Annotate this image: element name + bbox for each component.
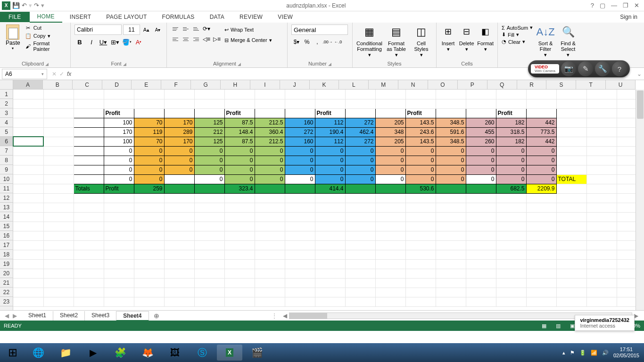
cell-C10[interactable] (74, 174, 104, 184)
cell-A1[interactable] (13, 90, 43, 99)
cell-I19[interactable] (255, 259, 285, 269)
cell-E16[interactable] (134, 231, 164, 240)
cell-Q10[interactable]: 0 (496, 174, 526, 184)
sort-filter-button[interactable]: A↓ZSort & Filter▾ (536, 25, 555, 59)
cell-T2[interactable] (586, 99, 617, 108)
cell-Q11[interactable]: 682.5 (496, 184, 526, 193)
cell-Q22[interactable] (496, 288, 526, 297)
cell-B6[interactable] (43, 137, 74, 146)
cell-M13[interactable] (375, 203, 405, 212)
copy-button[interactable]: 📋Copy▾ (25, 33, 66, 39)
cell-T10[interactable] (586, 174, 617, 184)
ribbon-options-icon[interactable]: ▢ (600, 2, 605, 9)
cell-L1[interactable] (345, 90, 375, 99)
cell-Q6[interactable]: 182 (496, 137, 526, 146)
cell-L20[interactable] (345, 269, 375, 278)
fill-button[interactable]: ⬇Fill ▾ (502, 32, 533, 38)
help-icon[interactable]: ? (591, 2, 594, 9)
cell-O1[interactable] (436, 90, 466, 99)
cell-Q2[interactable] (496, 99, 526, 108)
cell-N17[interactable] (405, 240, 436, 250)
cell-T23[interactable] (586, 297, 617, 306)
cell-D18[interactable] (104, 250, 134, 259)
cell-K14[interactable] (315, 212, 345, 222)
cell-D9[interactable]: 0 (104, 165, 134, 174)
cell-P12[interactable] (466, 193, 496, 203)
cell-L6[interactable]: 272 (345, 137, 375, 146)
cell-K12[interactable] (315, 193, 345, 203)
row-header-9[interactable]: 9 (0, 165, 13, 174)
cell-T16[interactable] (586, 231, 617, 240)
cell-K18[interactable] (315, 250, 345, 259)
cell-D21[interactable] (104, 278, 134, 288)
cell-K1[interactable] (315, 90, 345, 99)
cell-B17[interactable] (43, 240, 74, 250)
tab-formulas[interactable]: FORMULAS (155, 12, 202, 22)
cell-T1[interactable] (586, 90, 617, 99)
col-header-E[interactable]: E (132, 80, 161, 89)
increase-indent-button[interactable]: ▷≡ (212, 35, 222, 43)
cell-P8[interactable]: 0 (466, 156, 496, 165)
increase-decimal-button[interactable]: .00→ (322, 37, 333, 47)
cell-H6[interactable]: 87.5 (224, 137, 255, 146)
cell-F4[interactable]: 170 (164, 118, 194, 127)
cell-Q15[interactable] (496, 222, 526, 231)
cell-F12[interactable] (164, 193, 194, 203)
cell-I23[interactable] (255, 297, 285, 306)
row-header-11[interactable]: 11 (0, 184, 13, 193)
cell-T11[interactable] (586, 184, 617, 193)
cell-K10[interactable]: 0 (315, 174, 345, 184)
cell-E21[interactable] (134, 278, 164, 288)
cell-P18[interactable] (466, 250, 496, 259)
cell-T5[interactable] (586, 127, 617, 137)
cell-J22[interactable] (285, 288, 315, 297)
cell-N11[interactable]: 530.6 (405, 184, 436, 193)
tab-pagelayout[interactable]: PAGE LAYOUT (99, 12, 154, 22)
cell-F14[interactable] (164, 212, 194, 222)
tab-home[interactable]: HOME (30, 11, 62, 23)
qat-redo-icon[interactable]: ↷ (34, 2, 39, 9)
cell-O23[interactable] (436, 297, 466, 306)
row-header-7[interactable]: 7 (0, 146, 13, 156)
cell-F5[interactable]: 289 (164, 127, 194, 137)
cell-A12[interactable] (13, 193, 43, 203)
cell-F23[interactable] (164, 297, 194, 306)
cell-K19[interactable] (315, 259, 345, 269)
cell-E3[interactable] (134, 108, 164, 118)
cells-table[interactable]: ProfitProfitProfitProfitProfit1007017012… (13, 90, 644, 307)
cell-H17[interactable] (224, 240, 255, 250)
cell-F13[interactable] (164, 203, 194, 212)
cell-B22[interactable] (43, 288, 74, 297)
merge-center-button[interactable]: ⊟Merge & Center ▾ (224, 35, 272, 45)
align-center-button[interactable] (181, 35, 190, 43)
cell-P22[interactable] (466, 288, 496, 297)
cell-G18[interactable] (194, 250, 224, 259)
cell-M19[interactable] (375, 259, 405, 269)
cell-H8[interactable]: 0 (224, 156, 255, 165)
cell-C23[interactable] (74, 297, 104, 306)
col-header-H[interactable]: H (221, 80, 250, 89)
align-middle-button[interactable] (181, 25, 190, 33)
col-header-D[interactable]: D (102, 80, 132, 89)
cell-I1[interactable] (255, 90, 285, 99)
cell-J19[interactable] (285, 259, 315, 269)
cell-L4[interactable]: 272 (345, 118, 375, 127)
percent-button[interactable]: % (302, 37, 312, 47)
cell-E20[interactable] (134, 269, 164, 278)
cell-E23[interactable] (134, 297, 164, 306)
fill-color-button[interactable]: 🪣▾ (122, 37, 132, 47)
decrease-font-button[interactable]: A▾ (153, 25, 163, 35)
cell-Q18[interactable] (496, 250, 526, 259)
cell-A14[interactable] (13, 212, 43, 222)
cell-G14[interactable] (194, 212, 224, 222)
cell-R9[interactable]: 0 (526, 165, 556, 174)
cell-E1[interactable] (134, 90, 164, 99)
cell-M5[interactable]: 348 (375, 127, 405, 137)
cell-M10[interactable]: 0 (375, 174, 405, 184)
paste-button[interactable]: Paste▾ (4, 25, 22, 59)
cell-K5[interactable]: 190.4 (315, 127, 345, 137)
cell-E13[interactable] (134, 203, 164, 212)
cell-L22[interactable] (345, 288, 375, 297)
cell-R20[interactable] (526, 269, 556, 278)
cell-S20[interactable] (556, 269, 586, 278)
